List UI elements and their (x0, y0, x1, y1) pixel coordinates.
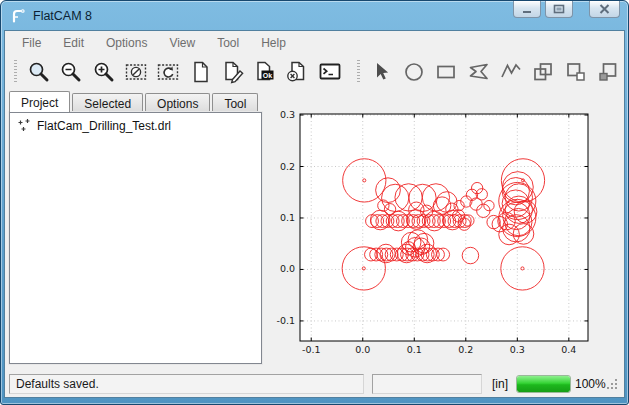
zoom-in-button[interactable] (89, 57, 117, 86)
tree-item-drill-file[interactable]: FlatCam_Drilling_Test.drl (10, 113, 261, 133)
select-tool-icon (370, 60, 394, 84)
add-circle-button[interactable] (400, 57, 428, 86)
menubar: File Edit Options View Tool Help (5, 31, 624, 55)
svg-text:0.2: 0.2 (280, 161, 295, 172)
progress-bar (516, 375, 571, 393)
svg-text:0.3: 0.3 (280, 109, 295, 120)
polygon-union-icon (531, 60, 555, 84)
zoom-out-button[interactable] (57, 57, 85, 86)
window-title: FlatCAM 8 (33, 9, 92, 23)
add-path-icon (499, 60, 523, 84)
menu-tool[interactable]: Tool (206, 32, 250, 54)
delete-object-button[interactable] (283, 57, 311, 86)
progress-fill (517, 376, 570, 392)
zoom-out-icon (59, 60, 83, 84)
tab-project[interactable]: Project (9, 91, 70, 112)
menu-view[interactable]: View (158, 32, 206, 54)
add-polygon-button[interactable] (465, 57, 493, 86)
shell-icon (318, 60, 342, 84)
drill-marks-icon (16, 118, 31, 133)
add-circle-icon (402, 60, 426, 84)
clear-plot-icon (124, 60, 148, 84)
svg-text:-0.1: -0.1 (276, 315, 295, 326)
toolbar: Ok (5, 55, 624, 88)
shell-button[interactable] (316, 57, 344, 86)
add-rectangle-button[interactable] (432, 57, 460, 86)
statusbar: Defaults saved. [in] 100% (5, 371, 624, 397)
progress-percent-label: 100% (575, 377, 606, 391)
polygon-union-button[interactable] (529, 57, 557, 86)
svg-text:0.1: 0.1 (407, 344, 422, 355)
polygon-copy-icon (596, 60, 620, 84)
menu-edit[interactable]: Edit (52, 32, 95, 54)
add-rectangle-icon (434, 60, 458, 84)
toolbar-drag-handle[interactable] (13, 60, 18, 84)
svg-text:Ok: Ok (263, 71, 272, 78)
close-button[interactable] (589, 1, 620, 18)
menu-file[interactable]: File (11, 32, 52, 54)
polygon-move-icon (564, 60, 588, 84)
tree-item-label: FlatCam_Drilling_Test.drl (37, 119, 171, 133)
clear-plot-button[interactable] (122, 57, 150, 86)
plot-svg[interactable]: -0.10.00.10.20.30.4-0.10.00.10.20.3 (263, 89, 619, 372)
select-tool-button[interactable] (368, 57, 396, 86)
maximize-button[interactable] (545, 1, 573, 18)
svg-text:0.1: 0.1 (280, 212, 295, 223)
polygon-copy-button[interactable] (594, 57, 622, 86)
svg-text:0.0: 0.0 (280, 263, 295, 274)
add-polygon-icon (467, 60, 491, 84)
tab-tool[interactable]: Tool (212, 93, 258, 112)
replot-button[interactable] (154, 57, 182, 86)
resize-grip[interactable] (606, 377, 620, 397)
update-geometry-icon: Ok (253, 60, 277, 84)
minimize-button[interactable] (513, 1, 541, 18)
sidebar-tabs: Project Selected Options Tool (9, 91, 260, 112)
project-tree[interactable]: FlatCam_Drilling_Test.drl (9, 112, 262, 364)
polygon-move-button[interactable] (562, 57, 590, 86)
svg-text:0.3: 0.3 (510, 344, 525, 355)
delete-object-icon (285, 60, 309, 84)
svg-text:0.0: 0.0 (355, 344, 370, 355)
edit-geometry-button[interactable] (219, 57, 247, 86)
menu-options[interactable]: Options (95, 32, 158, 54)
client-area: File Edit Options View Tool Help (4, 30, 625, 398)
new-project-button[interactable] (186, 57, 214, 86)
new-project-icon (189, 60, 213, 84)
menu-help[interactable]: Help (250, 32, 297, 54)
editor-toolbar-drag-handle[interactable] (356, 60, 361, 84)
plot-figure: -0.10.00.10.20.30.4-0.10.00.10.20.3 (263, 89, 619, 372)
replot-icon (156, 60, 180, 84)
titlebar[interactable]: FlatCAM 8 (1, 1, 628, 30)
svg-text:0.2: 0.2 (458, 344, 473, 355)
flatcam-logo-icon (10, 8, 26, 24)
zoom-in-icon (92, 60, 116, 84)
tab-options[interactable]: Options (145, 93, 210, 112)
units-label: [in] (492, 377, 508, 391)
status-message-panel: Defaults saved. (9, 374, 364, 394)
zoom-fit-button[interactable] (25, 57, 53, 86)
status-message: Defaults saved. (16, 377, 99, 391)
add-path-button[interactable] (497, 57, 525, 86)
svg-text:-0.1: -0.1 (302, 344, 321, 355)
flatcam-window: FlatCAM 8 File Edit Options View Tool He… (0, 0, 629, 405)
svg-text:0.4: 0.4 (561, 344, 576, 355)
update-geometry-button[interactable]: Ok (251, 57, 279, 86)
zoom-fit-icon (27, 60, 51, 84)
tab-selected[interactable]: Selected (72, 93, 143, 112)
status-empty-panel (372, 374, 482, 394)
edit-geometry-icon (221, 60, 245, 84)
